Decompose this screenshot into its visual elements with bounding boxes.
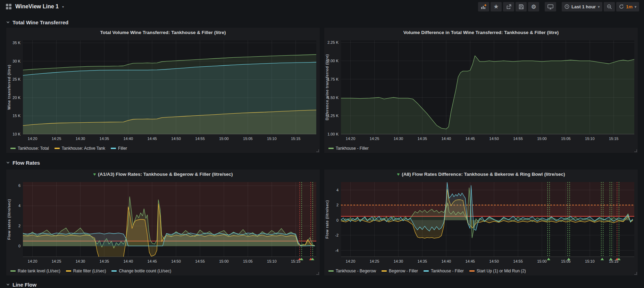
svg-text:14:45: 14:45 xyxy=(147,259,157,263)
svg-text:14:25: 14:25 xyxy=(370,259,379,263)
legend-swatch xyxy=(66,270,71,272)
panel-resize-handle[interactable] xyxy=(634,272,637,275)
legend-item[interactable]: Begerow - Filler xyxy=(382,269,418,273)
svg-text:Flow rates (litre/sec): Flow rates (litre/sec) xyxy=(7,199,11,240)
dashboard-settings-button[interactable]: ⚙ xyxy=(528,2,539,11)
dashboards-grid-icon[interactable] xyxy=(6,3,12,10)
svg-text:14:25: 14:25 xyxy=(52,259,61,263)
chevron-down-icon xyxy=(6,159,10,166)
legend-label: Filler xyxy=(118,146,127,151)
panel-total-volume: Total Volume Wine Transferred: Tankhouse… xyxy=(6,28,320,153)
legend-item[interactable]: Change bottle count (Lt/sec) xyxy=(111,269,171,273)
time-range-picker[interactable]: Last 1 hour ▾ xyxy=(562,2,602,11)
tv-mode-button[interactable] xyxy=(545,2,556,11)
panel-flow-rates-diff-a8: ♥(A8) Flow Rates Difference: Tankhouse &… xyxy=(324,170,638,275)
panel-resize-handle[interactable] xyxy=(634,149,637,152)
green-heart-icon: ♥ xyxy=(397,172,400,177)
panel-resize-handle[interactable] xyxy=(316,149,319,152)
section-header-flow-rates[interactable]: Flow Rates xyxy=(6,158,638,167)
svg-text:14:45: 14:45 xyxy=(147,137,157,141)
svg-text:1.25 K: 1.25 K xyxy=(327,114,338,118)
svg-text:14:35: 14:35 xyxy=(100,259,109,263)
svg-text:14:50: 14:50 xyxy=(171,137,181,141)
legend-item[interactable]: Rate filter (Lt/sec) xyxy=(66,269,106,273)
legend-swatch xyxy=(382,270,387,272)
svg-text:14:20: 14:20 xyxy=(346,137,356,141)
svg-text:2.00 K: 2.00 K xyxy=(327,59,338,63)
svg-text:14:45: 14:45 xyxy=(465,137,475,141)
clock-icon xyxy=(564,4,569,9)
svg-text:0: 0 xyxy=(336,218,338,222)
save-icon xyxy=(519,4,524,9)
panel-title[interactable]: ♥(A8) Flow Rates Difference: Tankhouse &… xyxy=(324,170,638,179)
panel-title[interactable]: Total Volume Wine Transferred: Tankhouse… xyxy=(6,28,320,38)
legend-label: Change bottle count (Lt/sec) xyxy=(119,269,171,273)
panel-title[interactable]: Volume Difference in Total Wine Transfer… xyxy=(324,28,638,38)
legend-item[interactable]: Tankhouse: Active Tank xyxy=(55,146,105,151)
legend-item[interactable]: Filler xyxy=(111,146,127,151)
dashboard-title-caret-icon[interactable]: ▾ xyxy=(62,5,64,9)
refresh-interval-label: 1m xyxy=(626,4,633,9)
svg-text:1.00 K: 1.00 K xyxy=(327,132,338,136)
legend-item[interactable]: Tankhouse - Filler xyxy=(328,146,369,151)
svg-text:15:10: 15:10 xyxy=(585,259,595,263)
svg-text:14:45: 14:45 xyxy=(465,259,475,263)
legend-item[interactable]: Tankhouse: Total xyxy=(10,146,49,151)
legend-label: Begerow - Filler xyxy=(389,269,418,273)
svg-text:6: 6 xyxy=(18,183,20,188)
svg-text:15:05: 15:05 xyxy=(561,259,571,263)
svg-text:25 K: 25 K xyxy=(12,77,20,81)
svg-text:14:50: 14:50 xyxy=(171,259,181,263)
legend-swatch xyxy=(424,270,429,272)
legend-item[interactable]: Start Up (1) or Mid Run (2) xyxy=(469,269,526,273)
panel-resize-handle[interactable] xyxy=(316,272,319,275)
legend-item[interactable]: Rate tank level (Lt/sec) xyxy=(10,269,60,273)
zoom-out-button[interactable] xyxy=(604,2,615,11)
legend-item[interactable]: Tankhouse - Filler xyxy=(424,269,464,273)
top-navbar: WineView Line 1 ▾ ★ xyxy=(0,0,644,13)
legend: Tankhouse - BegerowBegerow - FillerTankh… xyxy=(324,266,638,275)
svg-text:Wine transferred (litre): Wine transferred (litre) xyxy=(7,65,11,110)
share-dashboard-button[interactable] xyxy=(503,2,514,11)
refresh-button[interactable]: 1m ▾ xyxy=(616,2,639,11)
star-dashboard-button[interactable]: ★ xyxy=(491,2,502,11)
svg-text:14:35: 14:35 xyxy=(418,137,427,141)
legend-label: Rate filter (Lt/sec) xyxy=(73,269,106,273)
chart-area: -4-202414:2014:2514:3014:3514:4014:4514:… xyxy=(324,179,638,266)
chart-svg-flow-rates-diff-a8: -4-202414:2014:2514:3014:3514:4014:4514:… xyxy=(324,179,638,265)
panel-flow-rates-a1a3: ♥(A1/A3) Flow Rates: Tankhouse & Begerow… xyxy=(6,170,320,275)
add-panel-button[interactable] xyxy=(478,2,489,11)
chart-area: 10 K15 K20 K25 K30 K35 K14:2014:2514:301… xyxy=(6,38,320,144)
add-panel-icon xyxy=(481,4,486,9)
section-header-total-wine[interactable]: Total Wine Transferred xyxy=(6,18,638,26)
zoom-out-icon xyxy=(607,4,612,9)
svg-text:14:50: 14:50 xyxy=(489,137,499,141)
svg-text:15:00: 15:00 xyxy=(537,259,547,263)
panel-row-1: Total Volume Wine Transferred: Tankhouse… xyxy=(6,28,638,153)
chart-svg-volume-difference: 1.00 K1.25 K1.50 K1.75 K2.00 K2.25 K14:2… xyxy=(324,38,638,142)
legend: Tankhouse: TotalTankhouse: Active TankFi… xyxy=(6,144,320,153)
chart-area: 024614:2014:2514:3014:3514:4014:4514:501… xyxy=(6,179,320,266)
monitor-icon xyxy=(547,4,553,9)
legend-label: Tankhouse - Filler xyxy=(431,269,464,273)
legend-label: Tankhouse: Active Tank xyxy=(62,146,105,151)
svg-text:14:25: 14:25 xyxy=(370,137,379,141)
dashboard-title[interactable]: WineView Line 1 xyxy=(15,3,59,10)
legend-label: Tankhouse - Filler xyxy=(336,146,369,151)
save-dashboard-button[interactable] xyxy=(516,2,527,11)
time-range-label: Last 1 hour xyxy=(571,4,596,9)
svg-text:14:30: 14:30 xyxy=(394,259,403,263)
section-title: Line Flow xyxy=(12,282,36,288)
section-header-line-flow[interactable]: Line Flow xyxy=(6,280,638,288)
svg-text:14:20: 14:20 xyxy=(346,259,356,263)
svg-text:15:00: 15:00 xyxy=(219,137,229,141)
svg-text:2: 2 xyxy=(336,203,338,207)
svg-text:15:10: 15:10 xyxy=(267,259,277,263)
legend-item[interactable]: Tankhouse - Begerow xyxy=(328,269,376,273)
legend-label: Tankhouse - Begerow xyxy=(336,269,376,273)
svg-text:15:10: 15:10 xyxy=(585,137,595,141)
legend-swatch xyxy=(469,270,475,272)
panel-title[interactable]: ♥(A1/A3) Flow Rates: Tankhouse & Begerow… xyxy=(6,170,320,179)
section-title: Total Wine Transferred xyxy=(12,19,68,25)
legend-swatch xyxy=(111,270,117,272)
